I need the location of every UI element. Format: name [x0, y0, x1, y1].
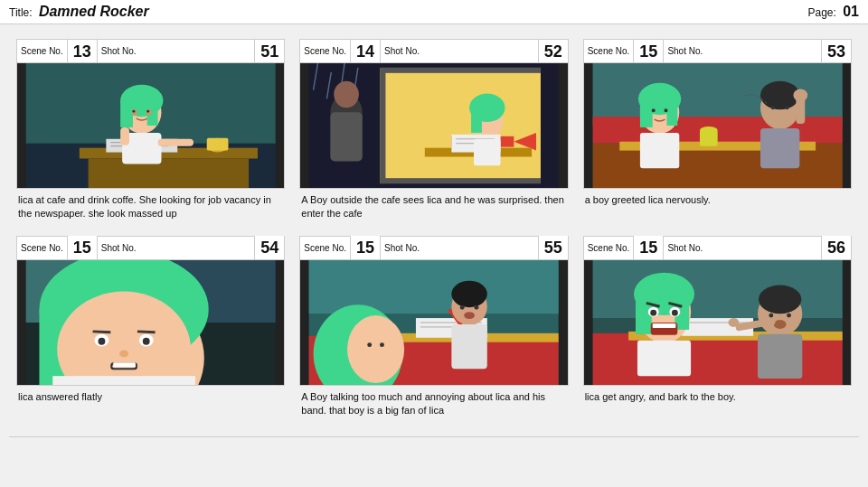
- scene-header-5: Scene No. 15 Shot No. 55: [299, 236, 568, 259]
- svg-rect-52: [666, 98, 677, 126]
- svg-point-121: [787, 313, 791, 317]
- storyboard-cell-6: Scene No. 15 Shot No. 56: [576, 230, 859, 427]
- title-value: Damned Rocker: [39, 4, 149, 19]
- scene-num-2: 14: [350, 40, 381, 63]
- svg-rect-23: [381, 178, 541, 183]
- svg-point-54: [664, 108, 667, 112]
- caption-6: lica get angry, and bark to the boy.: [583, 390, 852, 404]
- svg-point-90: [452, 280, 487, 307]
- svg-point-98: [380, 342, 384, 347]
- page-label: Page:: [808, 6, 836, 19]
- svg-rect-18: [158, 139, 193, 146]
- scene-header-6: Scene No. 15 Shot No. 56: [583, 236, 852, 259]
- svg-rect-31: [331, 112, 363, 161]
- svg-line-74: [93, 332, 111, 332]
- storyboard-image-5: [299, 259, 568, 386]
- scene-num-5: 15: [350, 236, 381, 259]
- scene-label-4: Scene No.: [17, 243, 67, 253]
- storyboard-cell-1: Scene No. 13 Shot No. 51: [9, 33, 292, 230]
- svg-point-92: [475, 305, 479, 310]
- svg-point-59: [785, 106, 788, 109]
- storyboard-image-3: [583, 62, 852, 189]
- caption-3: a boy greeted lica nervously.: [583, 193, 852, 207]
- caption-4: lica answered flatly: [16, 390, 285, 404]
- svg-rect-41: [474, 139, 501, 166]
- scene-label-5: Scene No.: [300, 243, 350, 253]
- scene-num-4: 15: [67, 236, 98, 259]
- svg-point-76: [119, 350, 128, 357]
- storyboard-image-2: [299, 62, 568, 189]
- title-area: Title: Damned Rocker: [9, 4, 149, 20]
- scene-header-4: Scene No. 15 Shot No. 54: [16, 236, 285, 259]
- caption-2: A Boy outside the cafe sees lica and he …: [299, 193, 568, 221]
- shot-num-3: 53: [821, 40, 851, 63]
- scene-num-3: 15: [633, 40, 664, 63]
- scene-label-2: Scene No.: [300, 46, 350, 56]
- shot-label-6: Shot No.: [664, 243, 706, 253]
- svg-rect-80: [52, 376, 195, 385]
- scene-header-1: Scene No. 13 Shot No. 51: [16, 39, 285, 62]
- svg-rect-19: [120, 127, 129, 145]
- shot-num-2: 52: [538, 40, 568, 63]
- shot-label-1: Shot No.: [98, 46, 140, 56]
- svg-line-75: [137, 332, 156, 332]
- shot-num-4: 54: [254, 236, 284, 259]
- shot-num-5: 55: [538, 236, 568, 259]
- svg-point-72: [99, 338, 106, 345]
- svg-rect-36: [471, 108, 482, 133]
- shot-num-6: 56: [821, 236, 851, 259]
- scene-header-3: Scene No. 15 Shot No. 53: [583, 39, 852, 62]
- svg-point-61: [793, 89, 807, 102]
- caption-1: lica at cafe and drink coffe. She lookin…: [16, 193, 285, 221]
- svg-point-124: [728, 318, 739, 327]
- svg-point-30: [335, 81, 360, 108]
- svg-rect-116: [652, 323, 675, 328]
- caption-5: A Boy talking too much and annoying abou…: [299, 390, 568, 418]
- svg-rect-21: [381, 68, 541, 183]
- storyboard-cell-2: Scene No. 14 Shot No. 52: [292, 33, 575, 230]
- svg-point-91: [460, 305, 465, 310]
- scene-num-1: 13: [67, 40, 98, 63]
- svg-rect-79: [113, 362, 136, 367]
- svg-rect-100: [592, 260, 842, 318]
- svg-point-119: [759, 285, 801, 314]
- scene-label-1: Scene No.: [17, 46, 67, 56]
- storyboard-image-1: [16, 62, 285, 189]
- storyboard-grid: Scene No. 13 Shot No. 51: [0, 24, 868, 427]
- svg-point-53: [651, 108, 655, 112]
- shot-label-3: Shot No.: [664, 46, 706, 56]
- svg-rect-101: [592, 333, 842, 385]
- svg-rect-22: [381, 68, 541, 73]
- page-value: 01: [843, 4, 859, 19]
- shot-num-1: 51: [254, 40, 284, 63]
- svg-point-73: [143, 338, 150, 345]
- svg-rect-55: [640, 133, 679, 168]
- svg-point-96: [347, 315, 404, 383]
- svg-rect-94: [452, 324, 487, 369]
- shot-label-2: Shot No.: [381, 46, 423, 56]
- storyboard-cell-5: Scene No. 15 Shot No. 55: [292, 230, 575, 427]
- storyboard-cell-3: Scene No. 15 Shot No. 53: [576, 33, 859, 230]
- page-area: Page: 01: [808, 4, 860, 20]
- svg-rect-8: [207, 138, 229, 151]
- svg-rect-62: [760, 128, 799, 168]
- svg-point-93: [465, 312, 476, 319]
- svg-rect-3: [89, 158, 249, 188]
- page-header: Title: Damned Rocker Page: 01: [0, 0, 868, 24]
- storyboard-cell-4: Scene No. 15 Shot No. 54: [9, 230, 292, 427]
- scene-num-6: 15: [633, 236, 664, 259]
- scene-label-3: Scene No.: [584, 46, 634, 56]
- svg-rect-125: [758, 334, 802, 379]
- svg-point-15: [132, 110, 135, 113]
- scene-header-2: Scene No. 14 Shot No. 52: [299, 39, 568, 62]
- svg-point-58: [770, 106, 774, 109]
- svg-rect-82: [309, 260, 559, 314]
- svg-rect-11: [120, 100, 133, 127]
- svg-point-111: [650, 309, 656, 315]
- svg-rect-24: [381, 68, 386, 183]
- shot-label-4: Shot No.: [98, 243, 140, 253]
- svg-point-97: [368, 342, 373, 347]
- svg-rect-51: [640, 98, 653, 127]
- storyboard-image-6: [583, 259, 852, 386]
- scene-label-6: Scene No.: [584, 243, 634, 253]
